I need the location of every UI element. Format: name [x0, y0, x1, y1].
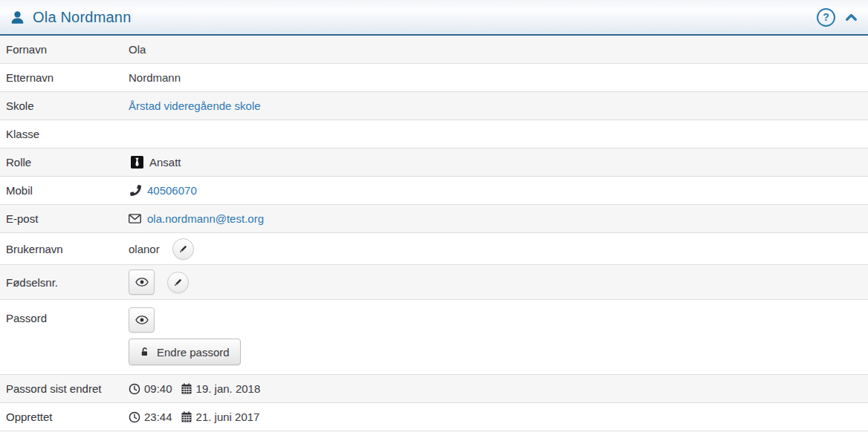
row-mobil: Mobil 40506070 — [0, 177, 868, 205]
etternavn-label: Etternavn — [0, 71, 129, 84]
brukernavn-label: Brukernavn — [0, 243, 129, 255]
header-actions: ? — [817, 8, 858, 27]
opprettet-label: Opprettet — [0, 411, 129, 423]
passord-label: Passord — [0, 300, 129, 324]
row-rolle: Rolle Ansatt — [0, 148, 868, 177]
collapse-button[interactable] — [845, 11, 858, 24]
mobil-label: Mobil — [0, 184, 129, 197]
klasse-label: Klasse — [0, 128, 129, 140]
edit-fodselsnr-button[interactable] — [167, 272, 189, 293]
row-fodselsnr: Fødselsnr. — [0, 265, 868, 300]
calendar-icon — [181, 383, 192, 395]
row-skole: Skole Årstad videregående skole — [0, 92, 868, 120]
skole-link[interactable]: Årstad videregående skole — [129, 99, 261, 112]
show-passord-button[interactable] — [129, 307, 155, 333]
help-button[interactable]: ? — [817, 8, 835, 27]
skole-label: Skole — [0, 99, 129, 112]
envelope-icon — [129, 214, 141, 223]
epost-link[interactable]: ola.nordmann@test.org — [147, 212, 264, 225]
eye-icon — [135, 278, 149, 287]
edit-username-button[interactable] — [172, 238, 194, 260]
question-icon: ? — [823, 12, 829, 22]
rolle-label: Rolle — [0, 156, 129, 169]
row-brukernavn: Brukernavn olanor — [0, 233, 868, 265]
show-fodselsnr-button[interactable] — [129, 269, 155, 295]
row-epost: E-post ola.nordmann@test.org — [0, 205, 868, 233]
pencil-icon — [173, 278, 183, 287]
page-title: Ola Nordmann — [33, 9, 131, 26]
header-title-group: Ola Nordmann — [10, 9, 131, 26]
brukernavn-value: olanor — [129, 243, 160, 255]
clock-icon — [129, 411, 140, 423]
profile-detail-list: Fornavn Ola Etternavn Nordmann Skole Års… — [0, 36, 868, 431]
chevron-up-icon — [845, 11, 858, 24]
black-tie-icon — [131, 156, 143, 169]
etternavn-value: Nordmann — [129, 71, 181, 84]
opprettet-time: 23:44 — [144, 411, 172, 423]
phone-icon — [130, 185, 141, 196]
change-password-button[interactable]: Endre passord — [129, 339, 241, 365]
row-fornavn: Fornavn Ola — [0, 36, 868, 64]
passord-sist-endret-time: 09:40 — [144, 382, 172, 395]
epost-label: E-post — [0, 212, 129, 225]
row-opprettet: Opprettet 23:44 21. juni 2017 — [0, 403, 868, 431]
eye-icon — [135, 316, 149, 324]
clock-icon — [129, 383, 140, 395]
profile-header: Ola Nordmann ? — [0, 0, 868, 36]
passord-sist-endret-label: Passord sist endret — [0, 382, 129, 395]
calendar-icon — [181, 411, 192, 423]
rolle-value: Ansatt — [149, 156, 181, 169]
fornavn-value: Ola — [129, 43, 146, 56]
row-klasse: Klasse — [0, 120, 868, 148]
row-passord-sist-endret: Passord sist endret 09:40 19. jan. 2018 — [0, 375, 868, 403]
row-etternavn: Etternavn Nordmann — [0, 64, 868, 92]
fornavn-label: Fornavn — [0, 43, 129, 56]
mobil-link[interactable]: 40506070 — [147, 184, 197, 197]
fodselsnr-label: Fødselsnr. — [0, 276, 129, 289]
opprettet-date: 21. juni 2017 — [196, 411, 260, 423]
user-icon — [10, 10, 25, 24]
unlock-icon — [140, 347, 150, 358]
change-password-label: Endre passord — [157, 346, 230, 359]
pencil-icon — [178, 244, 188, 254]
passord-sist-endret-date: 19. jan. 2018 — [196, 382, 261, 395]
row-passord: Passord Endre passord — [0, 300, 868, 375]
